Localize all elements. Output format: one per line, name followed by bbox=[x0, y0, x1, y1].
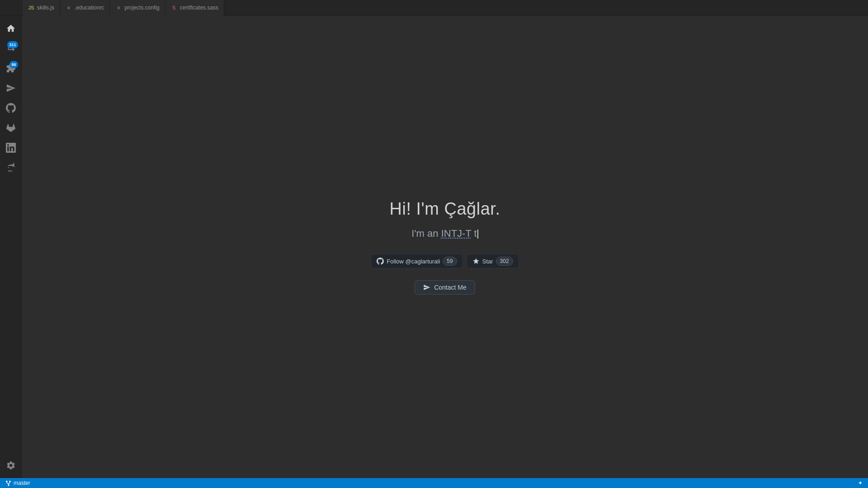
star-button-label: Star bbox=[482, 258, 493, 265]
activity-bar: 311 86 bbox=[0, 16, 22, 478]
subtitle-suffix: t bbox=[471, 228, 476, 239]
follow-button[interactable]: Follow @caglarturali 59 bbox=[371, 254, 462, 268]
status-right-symbol: ✦ bbox=[858, 480, 863, 486]
sidebar-item-git[interactable]: 86 bbox=[2, 59, 20, 77]
activity-bar-bottom bbox=[2, 456, 20, 478]
tab-certificates[interactable]: S certificates.sass bbox=[165, 0, 224, 16]
sidebar-item-github[interactable] bbox=[2, 99, 20, 117]
sidebar-item-linkedin[interactable] bbox=[2, 139, 20, 157]
tab-certificates-label: certificates.sass bbox=[180, 5, 218, 11]
sidebar-item-source-control[interactable]: 311 bbox=[2, 39, 20, 57]
github-button-row: Follow @caglarturali 59 Star 302 bbox=[371, 254, 519, 268]
git-branch-status[interactable]: master bbox=[4, 478, 32, 488]
sidebar-item-settings[interactable] bbox=[2, 456, 20, 474]
git-badge: 86 bbox=[9, 61, 18, 68]
tab-education-label: .educationrc bbox=[75, 5, 104, 11]
skills-file-icon: JS bbox=[28, 5, 34, 11]
tab-education[interactable]: ≡ .educationrc bbox=[60, 0, 110, 16]
git-branch-label: master bbox=[14, 480, 30, 486]
branch-icon bbox=[5, 480, 12, 486]
sidebar-item-telegram[interactable] bbox=[2, 79, 20, 97]
main-layout: 311 86 bbox=[0, 16, 868, 478]
status-bar-right: ✦ bbox=[856, 478, 864, 488]
hero-title: Hi! I'm Çağlar. bbox=[390, 199, 500, 219]
hero-section: Hi! I'm Çağlar. I'm an INTJ-T t Follow @… bbox=[371, 199, 519, 295]
subtitle-prefix: I'm an bbox=[411, 228, 441, 239]
subtitle-highlight: INTJ-T bbox=[441, 228, 472, 239]
status-bar: master ✦ bbox=[0, 478, 868, 488]
status-indicator[interactable]: ✦ bbox=[856, 478, 864, 488]
star-icon bbox=[472, 258, 480, 265]
tab-projects[interactable]: ≡ projects.config bbox=[110, 0, 165, 16]
follow-count: 59 bbox=[443, 257, 457, 266]
status-bar-left: master bbox=[4, 478, 32, 488]
sidebar-item-stackoverflow[interactable] bbox=[2, 159, 20, 177]
telegram-send-icon bbox=[423, 284, 430, 291]
content-area: Hi! I'm Çağlar. I'm an INTJ-T t Follow @… bbox=[22, 16, 868, 478]
tab-skills-label: skills.js bbox=[37, 5, 54, 11]
star-button[interactable]: Star 302 bbox=[467, 254, 519, 268]
text-cursor bbox=[477, 230, 478, 239]
sidebar-item-home[interactable] bbox=[2, 19, 20, 38]
follow-button-label: Follow @caglarturali bbox=[387, 258, 440, 265]
github-icon bbox=[377, 258, 384, 265]
tab-projects-label: projects.config bbox=[124, 5, 159, 11]
tab-skills[interactable]: JS skills.js bbox=[23, 0, 60, 16]
tab-bar: JS skills.js ≡ .educationrc ≡ projects.c… bbox=[0, 0, 868, 16]
source-control-badge: 311 bbox=[7, 41, 18, 48]
projects-file-icon: ≡ bbox=[115, 5, 122, 11]
certificates-file-icon: S bbox=[171, 5, 177, 11]
hero-subtitle: I'm an INTJ-T t bbox=[411, 228, 478, 239]
contact-me-button[interactable]: Contact Me bbox=[415, 280, 475, 295]
sidebar-item-gitlab[interactable] bbox=[2, 119, 20, 137]
star-count: 302 bbox=[496, 257, 513, 266]
contact-button-label: Contact Me bbox=[434, 284, 467, 291]
education-file-icon: ≡ bbox=[66, 5, 72, 11]
